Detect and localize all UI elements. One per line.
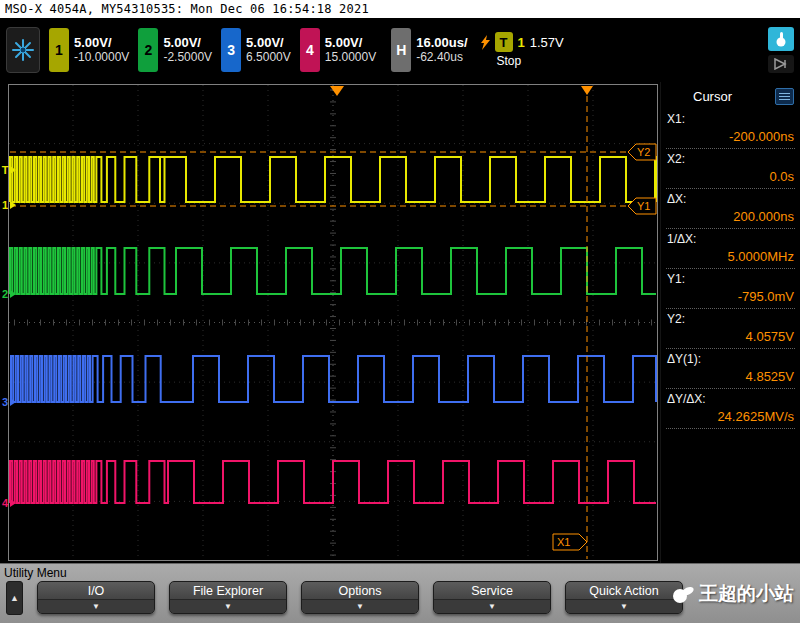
- down-arrow-icon: ▼: [302, 600, 418, 613]
- softkey-label: Quick Action: [566, 582, 682, 600]
- cursor-field-dx: ΔX: 200.000ns: [666, 189, 795, 229]
- marker-3[interactable]: 3: [0, 395, 20, 409]
- softkey-quick-action[interactable]: Quick Action ▼: [565, 581, 683, 614]
- softkey-label: Options: [302, 582, 418, 600]
- cursor-panel: Cursor X1: -200.000ns X2: 0.0s ΔX: 200.0…: [660, 82, 800, 563]
- channel-1-offset: -10.0000V: [74, 50, 129, 65]
- cursor-field-label: X2:: [667, 152, 794, 166]
- down-arrow-icon: ▼: [566, 600, 682, 613]
- panel-arrow-icon: [773, 58, 789, 70]
- down-arrow-icon: ▼: [434, 600, 550, 613]
- channel-3-badge[interactable]: 3: [221, 28, 241, 72]
- cursor-field-1-over-dx: 1/ΔX: 5.0000MHz: [666, 229, 795, 269]
- channel-3-control[interactable]: 3 5.00V/ 6.5000V: [221, 26, 291, 74]
- cursor-x1-tag[interactable]: X1: [557, 536, 570, 548]
- cursor-field-dy-over-dx: ΔY/ΔX: 24.2625MV/s: [666, 389, 795, 429]
- marker-2[interactable]: 2: [0, 287, 20, 301]
- watermark: 王超的小站: [671, 581, 794, 607]
- horizontal-delay: -62.40us: [416, 50, 467, 65]
- trigger-badge[interactable]: T: [495, 32, 513, 52]
- softkey-io[interactable]: I/O ▼: [37, 581, 155, 614]
- channel-4-badge[interactable]: 4: [300, 28, 320, 72]
- watermark-hand-icon: [671, 584, 695, 604]
- channel-3-scale: 5.00V/: [246, 35, 291, 50]
- trigger-bolt-icon: [481, 35, 490, 50]
- softkey-file-explorer[interactable]: File Explorer ▼: [169, 581, 287, 614]
- softkey-label: File Explorer: [170, 582, 286, 600]
- cursor-field-value: -200.000ns: [667, 126, 794, 144]
- channel-4-control[interactable]: 4 5.00V/ 15.0000V: [300, 26, 376, 74]
- softkey-service[interactable]: Service ▼: [433, 581, 551, 614]
- cursor-field-x1: X1: -200.000ns: [666, 109, 795, 149]
- down-arrow-icon: ▼: [170, 600, 286, 613]
- cursor-field-label: 1/ΔX:: [667, 232, 794, 246]
- horizontal-scale: 16.00us/: [416, 35, 467, 50]
- cursor-field-label: Y1:: [667, 272, 794, 286]
- channel-2-offset: -2.5000V: [163, 50, 212, 65]
- softkey-label: I/O: [38, 582, 154, 600]
- cursor-panel-title: Cursor: [693, 89, 775, 104]
- cursor-field-y1: Y1: -795.0mV: [666, 269, 795, 309]
- cursor-field-x2: X2: 0.0s: [666, 149, 795, 189]
- scope-area[interactable]: Y2Y1X1 T1234: [0, 82, 660, 563]
- trigger-level: 1.57V: [530, 35, 564, 50]
- softkey-bar: Utility Menu ▲ I/O ▼ File Explorer ▼ Opt…: [0, 563, 800, 623]
- cursor-field-value: 200.000ns: [667, 206, 794, 224]
- window-title: MSO-X 4054A, MY54310535: Mon Dec 06 16:5…: [0, 0, 800, 18]
- touch-hand-icon: [774, 31, 788, 47]
- horizontal-badge[interactable]: H: [391, 28, 411, 72]
- cursor-field-label: ΔY(1):: [667, 352, 794, 366]
- toolbar: 1 5.00V/ -10.0000V 2 5.00V/ -2.5000V 3 5…: [0, 18, 800, 82]
- cursor-field-y2: Y2: 4.0575V: [666, 309, 795, 349]
- marker-T[interactable]: T: [0, 163, 20, 177]
- cursor-menu-icon[interactable]: [775, 88, 794, 105]
- cursor-field-value: 24.2625MV/s: [667, 406, 794, 424]
- marker-1[interactable]: 1: [0, 198, 20, 212]
- channel-4-scale: 5.00V/: [325, 35, 376, 50]
- cursor-field-label: ΔX:: [667, 192, 794, 206]
- channel-1-control[interactable]: 1 5.00V/ -10.0000V: [49, 26, 129, 74]
- scope-display[interactable]: Y2Y1X1: [8, 84, 658, 561]
- cursor-y2-tag[interactable]: Y2: [637, 146, 650, 158]
- down-arrow-icon: ▼: [38, 600, 154, 613]
- horizontal-control[interactable]: H 16.00us/ -62.40us: [391, 26, 467, 74]
- watermark-text: 王超的小站: [699, 581, 794, 607]
- trigger-control[interactable]: T 1 1.57V Stop: [481, 32, 564, 68]
- menu-up-button[interactable]: ▲: [6, 581, 23, 615]
- touch-button[interactable]: [768, 27, 794, 51]
- cursor-field-value: 0.0s: [667, 166, 794, 184]
- channel-2-scale: 5.00V/: [163, 35, 212, 50]
- menu-title: Utility Menu: [0, 564, 800, 580]
- channel-2-control[interactable]: 2 5.00V/ -2.5000V: [138, 26, 212, 74]
- logo-button[interactable]: [6, 27, 40, 73]
- cursor-field-label: X1:: [667, 112, 794, 126]
- cursor-field-label: ΔY/ΔX:: [667, 392, 794, 406]
- channel-1-scale: 5.00V/: [74, 35, 129, 50]
- cursor-y1-tag[interactable]: Y1: [637, 200, 650, 212]
- channel-4-offset: 15.0000V: [325, 50, 376, 65]
- acquisition-status: Stop: [481, 54, 564, 68]
- keysight-spark-icon: [12, 39, 34, 61]
- softkey-options[interactable]: Options ▼: [301, 581, 419, 614]
- cursor-field-value: 4.8525V: [667, 366, 794, 384]
- cursor-field-value: 5.0000MHz: [667, 246, 794, 264]
- up-arrow-icon: ▲: [10, 593, 19, 603]
- cursor-field-label: Y2:: [667, 312, 794, 326]
- softkey-label: Service: [434, 582, 550, 600]
- channel-3-offset: 6.5000V: [246, 50, 291, 65]
- cursor-field-value: -795.0mV: [667, 286, 794, 304]
- channel-2-badge[interactable]: 2: [138, 28, 158, 72]
- cursor-field-dy: ΔY(1): 4.8525V: [666, 349, 795, 389]
- marker-4[interactable]: 4: [0, 496, 20, 510]
- cursor-field-value: 4.0575V: [667, 326, 794, 344]
- trigger-source: 1: [518, 35, 525, 50]
- channel-1-badge[interactable]: 1: [49, 28, 69, 72]
- panel-toggle-button[interactable]: [768, 55, 794, 73]
